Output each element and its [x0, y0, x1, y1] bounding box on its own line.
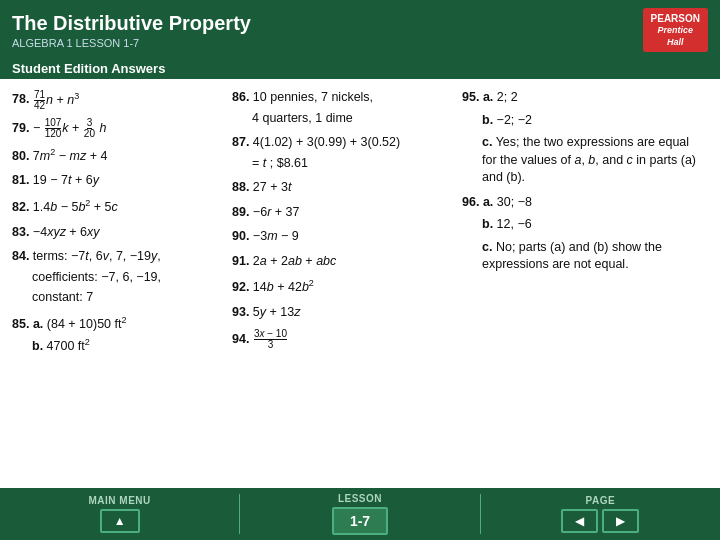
- page-nav-buttons: ◀ ▶: [561, 509, 639, 533]
- list-item: 82. 1.4b − 5b2 + 5c: [12, 197, 224, 217]
- list-item: 84. terms: −7t, 6v, 7, −19y,: [12, 248, 224, 266]
- section-title: Student Edition Answers: [0, 58, 720, 81]
- list-item: c. No; parts (a) and (b) show the expres…: [482, 239, 702, 274]
- prev-page-button[interactable]: ◀: [561, 509, 598, 533]
- list-item: b. −2; −2: [482, 112, 702, 130]
- main-menu-label: MAIN MENU: [89, 495, 151, 506]
- list-item: 92. 14b + 42b2: [232, 277, 454, 297]
- list-item: 81. 19 − 7t + 6y: [12, 172, 224, 190]
- page-section: PAGE ◀ ▶: [481, 495, 720, 533]
- list-item: coefficients: −7, 6, −19,: [32, 269, 224, 287]
- list-item: 83. −4xyz + 6xy: [12, 224, 224, 242]
- left-arrow-icon: ◀: [575, 514, 584, 528]
- pearson-logo: PEARSON Prentice Hall: [643, 8, 708, 52]
- list-item: 4 quarters, 1 dime: [252, 110, 454, 128]
- list-item: 85. a. (84 + 10)50 ft2: [12, 314, 224, 334]
- list-item: 80. 7m2 − mz + 4: [12, 146, 224, 166]
- next-page-button[interactable]: ▶: [602, 509, 639, 533]
- list-item: c. Yes; the two expressions are equal fo…: [482, 134, 702, 187]
- list-item: 94. 3x − 103: [232, 329, 454, 350]
- list-item: 88. 27 + 3t: [232, 179, 454, 197]
- list-item: 91. 2a + 2ab + abc: [232, 253, 454, 271]
- list-item: 89. −6r + 37: [232, 204, 454, 222]
- up-arrow-icon: ▲: [114, 514, 126, 528]
- lesson-subtitle: ALGEBRA 1 LESSON 1-7: [12, 37, 251, 49]
- list-item: 96. a. 30; −8: [462, 194, 702, 212]
- list-item: 87. 4(1.02) + 3(0.99) + 3(0.52): [232, 134, 454, 152]
- right-arrow-icon: ▶: [616, 514, 625, 528]
- column-3: 95. a. 2; 2 b. −2; −2 c. Yes; the two ex…: [462, 89, 702, 362]
- list-item: 78. 7142n + n3: [12, 89, 224, 110]
- lesson-label: LESSON: [338, 493, 382, 504]
- column-2: 86. 10 pennies, 7 nickels, 4 quarters, 1…: [232, 89, 462, 362]
- list-item: 90. −3m − 9: [232, 228, 454, 246]
- column-1: 78. 7142n + n3 79. − 107120k + 320 h 80.…: [12, 89, 232, 362]
- page-label: PAGE: [586, 495, 616, 506]
- content-area: 78. 7142n + n3 79. − 107120k + 320 h 80.…: [0, 81, 720, 521]
- list-item: = t ; $8.61: [252, 155, 454, 173]
- lesson-section: LESSON 1-7: [240, 493, 479, 535]
- page-title: The Distributive Property: [12, 12, 251, 35]
- header: The Distributive Property ALGEBRA 1 LESS…: [0, 0, 720, 58]
- list-item: 86. 10 pennies, 7 nickels,: [232, 89, 454, 107]
- footer: MAIN MENU ▲ LESSON 1-7 PAGE ◀ ▶: [0, 488, 720, 540]
- list-item: b. 12, −6: [482, 216, 702, 234]
- list-item: 93. 5y + 13z: [232, 304, 454, 322]
- lesson-badge: 1-7: [332, 507, 388, 535]
- main-menu-button[interactable]: ▲: [100, 509, 140, 533]
- list-item: 79. − 107120k + 320 h: [12, 118, 224, 139]
- main-menu-section: MAIN MENU ▲: [0, 495, 239, 533]
- list-item: b. 4700 ft2: [32, 336, 224, 356]
- list-item: constant: 7: [32, 289, 224, 307]
- list-item: 95. a. 2; 2: [462, 89, 702, 107]
